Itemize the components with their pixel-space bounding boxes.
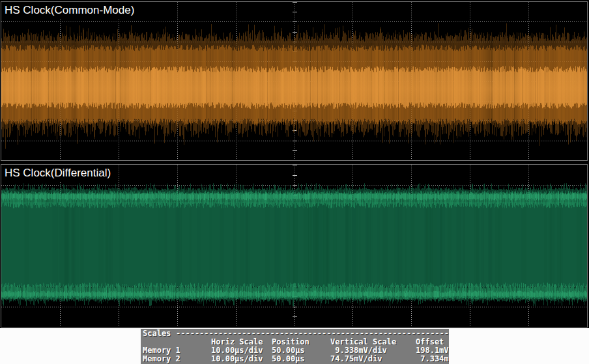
waveform-common-mode-canvas [1, 2, 587, 160]
scales-row-memory2: Memory 2 10.00µs/div 50.00µs 74.75mV/div… [141, 355, 449, 363]
bottom-strip: Scales ---------------------------------… [0, 328, 589, 364]
row-label-memory2: Memory 2 [143, 355, 180, 363]
waveform-differential-canvas [1, 165, 587, 327]
memory2-position: 50.00µs [272, 355, 305, 363]
scope-display-area: HS Clock(Common-Mode) HS Clock(Different… [0, 0, 589, 328]
panel-title-common-mode: HS Clock(Common-Mode) [1, 2, 142, 18]
oscilloscope-screenshot: HS Clock(Common-Mode) HS Clock(Different… [0, 0, 589, 364]
panel-common-mode: HS Clock(Common-Mode) [1, 1, 588, 161]
scales-table: Scales ---------------------------------… [141, 329, 449, 364]
scales-title: Scales [143, 329, 171, 338]
panel-differential: HS Clock(Differential) [1, 164, 588, 328]
memory2-vertical-scale: 74.75mV/div [330, 355, 382, 363]
memory2-horiz-scale: 10.00µs/div [211, 355, 263, 363]
memory2-offset: 7.334mV [416, 355, 449, 363]
panel-title-differential: HS Clock(Differential) [1, 165, 119, 181]
